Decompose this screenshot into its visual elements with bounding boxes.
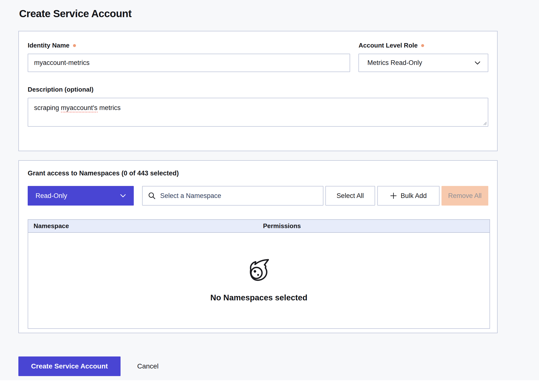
namespace-search-box bbox=[142, 186, 324, 206]
create-service-account-button[interactable]: Create Service Account bbox=[18, 356, 121, 376]
cancel-button-label: Cancel bbox=[137, 362, 159, 370]
comet-icon bbox=[247, 259, 271, 283]
footer-actions: Create Service Account Cancel bbox=[18, 356, 159, 376]
resize-handle-icon[interactable] bbox=[482, 121, 487, 125]
namespaces-panel: Grant access to Namespaces (0 of 443 sel… bbox=[18, 160, 498, 333]
identity-name-input[interactable] bbox=[28, 54, 350, 72]
description-text: scraping bbox=[34, 104, 61, 111]
account-level-role-field-group: Account Level Role Metrics Read-Only bbox=[358, 42, 488, 72]
namespaces-empty-state: No Namespaces selected bbox=[28, 233, 490, 328]
description-text: metrics bbox=[98, 104, 121, 111]
identity-name-label: Identity Name bbox=[28, 42, 70, 49]
chevron-down-icon bbox=[119, 192, 127, 200]
remove-all-label: Remove All bbox=[448, 192, 482, 200]
description-label: Description (optional) bbox=[28, 86, 94, 93]
footer-strip bbox=[0, 380, 539, 392]
column-header-permissions: Permissions bbox=[263, 222, 490, 230]
page-title: Create Service Account bbox=[19, 8, 132, 20]
namespaces-heading: Grant access to Namespaces (0 of 443 sel… bbox=[28, 170, 488, 177]
plus-icon bbox=[390, 192, 397, 199]
remove-all-button[interactable]: Remove All bbox=[441, 186, 488, 206]
namespaces-table-header: Namespace Permissions bbox=[28, 220, 490, 233]
description-textarea[interactable]: scraping myaccount's metrics bbox=[28, 98, 488, 127]
empty-state-message: No Namespaces selected bbox=[210, 293, 307, 302]
role-filter-value: Read-Only bbox=[36, 192, 67, 200]
chevron-down-icon bbox=[474, 59, 481, 67]
required-dot-icon bbox=[73, 44, 76, 47]
namespaces-table: Namespace Permissions No Namespaces sele… bbox=[28, 219, 490, 329]
cancel-button[interactable]: Cancel bbox=[137, 362, 159, 370]
search-icon bbox=[148, 192, 156, 200]
select-all-button[interactable]: Select All bbox=[325, 186, 375, 206]
bulk-add-button[interactable]: Bulk Add bbox=[377, 186, 440, 206]
service-account-form-panel: Identity Name Account Level Role Metrics… bbox=[18, 31, 498, 151]
column-header-namespace: Namespace bbox=[28, 222, 263, 230]
account-level-role-label: Account Level Role bbox=[358, 42, 417, 49]
bulk-add-label: Bulk Add bbox=[401, 192, 427, 200]
description-field-group: Description (optional) scraping myaccoun… bbox=[28, 86, 488, 127]
namespace-search-input[interactable] bbox=[160, 186, 318, 205]
select-all-label: Select All bbox=[337, 192, 364, 200]
account-level-role-select[interactable]: Metrics Read-Only bbox=[358, 54, 488, 72]
identity-name-field-group: Identity Name bbox=[28, 42, 350, 72]
role-filter-dropdown[interactable]: Read-Only bbox=[28, 186, 134, 206]
account-level-role-value: Metrics Read-Only bbox=[367, 59, 422, 67]
create-button-label: Create Service Account bbox=[31, 362, 108, 370]
description-misspelled-word: myaccount's bbox=[61, 104, 98, 112]
required-dot-icon bbox=[421, 44, 424, 47]
namespaces-toolbar: Read-Only Select All Bulk Add Remove All bbox=[28, 186, 488, 206]
